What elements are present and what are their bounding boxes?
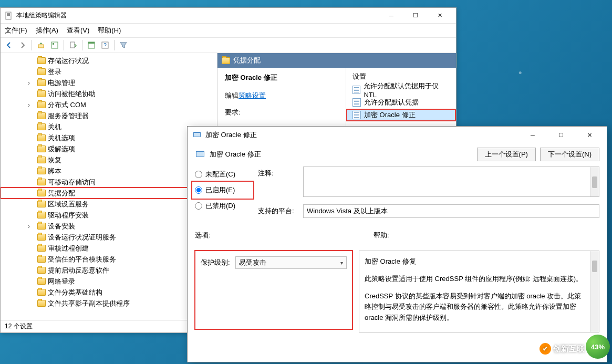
svg-rect-8: [88, 42, 95, 44]
settings-row-label: 加密 Oracle 修正: [364, 110, 416, 120]
separator: [32, 40, 32, 50]
options-inner: 保护级别: 易受攻击 ▾: [195, 251, 352, 329]
tree-item[interactable]: 凭据分配: [1, 188, 217, 199]
tree-item[interactable]: 提前启动反恶意软件: [1, 265, 217, 276]
tree-item[interactable]: 登录: [1, 66, 217, 77]
tree-item[interactable]: 缓解选项: [1, 143, 217, 154]
radio-disabled-input[interactable]: [195, 202, 202, 210]
minimize-button[interactable]: ─: [379, 8, 403, 24]
tree-item-label: 驱动程序安装: [48, 211, 89, 220]
export-button[interactable]: [67, 39, 79, 51]
nav-back-button[interactable]: [3, 39, 15, 51]
tree-item[interactable]: 受信任的平台模块服务: [1, 254, 217, 265]
settings-row-label: 允许分配默认凭据用于仅 NTL: [364, 81, 450, 99]
menu-file[interactable]: 文件(F): [5, 26, 27, 35]
up-button[interactable]: [35, 39, 47, 51]
scrollbar[interactable]: [590, 251, 599, 332]
comment-label: 注释:: [258, 167, 298, 178]
radio-not-configured-input[interactable]: [195, 171, 202, 178]
platform-value: Windows Vista 及以上版本: [303, 204, 599, 218]
tree-item-label: 服务器管理器: [48, 111, 89, 121]
scrollbar[interactable]: [590, 167, 599, 196]
tree-item-label: 审核过程创建: [48, 244, 89, 253]
dialog-maximize-button[interactable]: ☐: [549, 127, 573, 143]
close-button[interactable]: ✕: [428, 8, 452, 24]
refresh-button[interactable]: [85, 39, 98, 51]
policy-icon: [352, 111, 361, 119]
tree-item[interactable]: 电源管理: [1, 77, 217, 88]
tree-item[interactable]: 访问被拒绝协助: [1, 88, 217, 99]
tree-pane[interactable]: 存储运行状况登录电源管理访问被拒绝协助分布式 COM服务器管理器关机关机选项缓解…: [1, 53, 217, 320]
svg-rect-12: [194, 133, 200, 137]
policy-icon: [352, 98, 361, 107]
tree-item-label: 访问被拒绝协助: [48, 89, 96, 99]
folder-icon: [37, 145, 46, 152]
tree-item-label: 设备安装: [48, 222, 75, 231]
tree-item-label: 区域设置服务: [48, 200, 89, 209]
dialog-minimize-button[interactable]: ─: [521, 127, 545, 143]
titlebar: 本地组策略编辑器 ─ ☐ ✕: [1, 8, 456, 24]
help-button[interactable]: ?: [99, 39, 111, 51]
tree-item[interactable]: 设备运行状况证明服务: [1, 232, 217, 243]
radio-disabled[interactable]: 已禁用(D): [195, 198, 253, 214]
dialog-body: 加密 Oracle 修正 上一个设置(P) 下一个设置(N) 未配置(C) 已启…: [188, 143, 607, 337]
tree-item[interactable]: 区域设置服务: [1, 199, 217, 210]
menu-view[interactable]: 查看(V): [67, 26, 89, 35]
tree-item[interactable]: 恢复: [1, 154, 217, 165]
tree-item[interactable]: 服务器管理器: [1, 110, 217, 121]
settings-row[interactable]: 加密 Oracle 修正: [346, 109, 456, 121]
tree-item[interactable]: 分布式 COM: [1, 99, 217, 110]
maximize-button[interactable]: ☐: [403, 8, 428, 24]
folder-icon: [37, 157, 46, 163]
radio-not-configured[interactable]: 未配置(C): [195, 167, 253, 182]
menu-action[interactable]: 操作(A): [36, 26, 58, 35]
policy-dialog: 加密 Oracle 修正 ─ ☐ ✕ 加密 Oracle 修正 上一个设置(P)…: [187, 126, 607, 362]
tree-item-label: 关机选项: [48, 133, 75, 143]
tree-item-label: 受信任的平台模块服务: [48, 255, 116, 264]
folder-icon: [37, 179, 46, 185]
tree-item-label: 文件分类基础结构: [48, 288, 102, 297]
settings-row[interactable]: 允许分配默认凭据用于仅 NTL: [346, 84, 456, 96]
tree-item[interactable]: 存储运行状况: [1, 55, 217, 66]
folder-icon: [37, 212, 46, 219]
radio-enabled[interactable]: 已启用(E): [193, 182, 253, 198]
prev-setting-button[interactable]: 上一个设置(P): [477, 148, 536, 161]
tree-item[interactable]: 关机选项: [1, 132, 217, 143]
tree-item[interactable]: 驱动程序安装: [1, 210, 217, 221]
separator: [114, 40, 115, 50]
dialog-header-row: 加密 Oracle 修正 上一个设置(P) 下一个设置(N): [195, 148, 599, 161]
filter-button[interactable]: [117, 39, 130, 51]
dialog-close-button[interactable]: ✕: [577, 127, 601, 143]
tree-item[interactable]: 网络登录: [1, 276, 217, 287]
edit-policy-link[interactable]: 策略设置: [238, 91, 266, 99]
radio-enabled-input[interactable]: [195, 186, 202, 194]
properties-button[interactable]: [48, 39, 61, 51]
dialog-icon: [193, 130, 201, 140]
nav-forward-button[interactable]: [16, 39, 29, 51]
tree-item[interactable]: 文件共享影子副本提供程序: [1, 298, 217, 309]
tree-item-label: 分布式 COM: [48, 100, 86, 110]
protection-level-select[interactable]: 易受攻击 ▾: [235, 256, 347, 269]
folder-icon: [37, 256, 46, 263]
tree-item[interactable]: 设备安装: [1, 221, 217, 232]
app-icon: [5, 12, 13, 20]
tree-item[interactable]: 脚本: [1, 165, 217, 176]
folder-icon: [37, 267, 46, 274]
tree-item[interactable]: 关机: [1, 121, 217, 132]
next-setting-button[interactable]: 下一个设置(N): [540, 148, 599, 161]
folder-icon: [37, 90, 46, 97]
separator: [64, 40, 64, 50]
menu-help[interactable]: 帮助(H): [98, 26, 121, 35]
tree-item-label: 提前启动反恶意软件: [48, 266, 109, 275]
tree-item[interactable]: 文件分类基础结构: [1, 287, 217, 298]
comment-textbox[interactable]: [303, 167, 599, 197]
dialog-header-text: 加密 Oracle 修正: [210, 150, 261, 159]
tree-item[interactable]: 审核过程创建: [1, 243, 217, 254]
tree-item-label: 设备运行状况证明服务: [48, 233, 116, 242]
svg-text:?: ?: [103, 43, 107, 48]
folder-icon: [37, 123, 46, 130]
svg-rect-6: [70, 42, 75, 48]
svg-rect-14: [196, 152, 204, 157]
protection-level-label: 保护级别:: [201, 258, 230, 267]
tree-item[interactable]: 可移动存储访问: [1, 176, 217, 188]
